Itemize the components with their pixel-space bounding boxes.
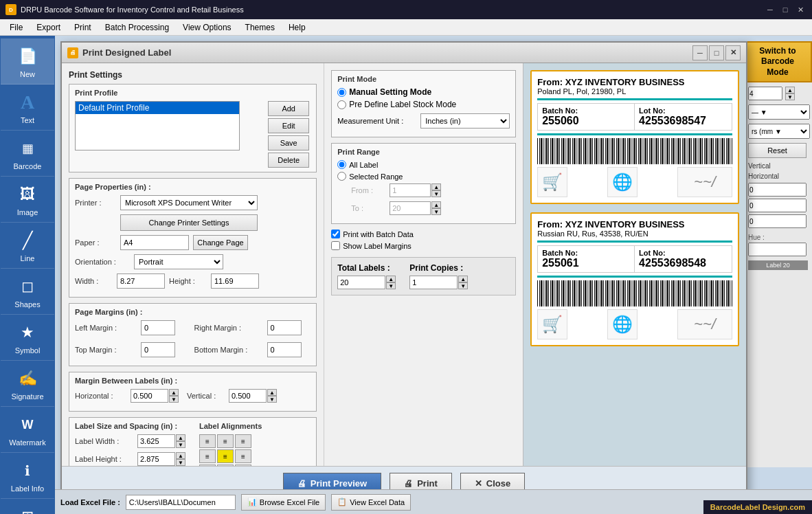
label-width-up[interactable]: ▲ (176, 434, 185, 441)
right-margin-input[interactable] (267, 320, 302, 335)
menu-help[interactable]: Help (282, 19, 313, 36)
delete-profile-btn[interactable]: Delete (268, 153, 309, 168)
menu-batch-processing[interactable]: Batch Processing (98, 19, 176, 36)
align-mid-left[interactable]: ≡ (199, 449, 216, 463)
copies-down[interactable]: ▼ (458, 282, 468, 289)
change-page-btn[interactable]: Change Page (193, 235, 248, 250)
profile-list-item-default[interactable]: Default Print Profile (76, 102, 239, 114)
align-bot-right[interactable]: ≡ (235, 465, 251, 466)
print-range-section: Print Range All Label Selected Range Fro… (331, 143, 516, 224)
top-margin-input[interactable] (141, 342, 175, 357)
menu-themes[interactable]: Themes (238, 19, 282, 36)
edit-profile-btn[interactable]: Edit (268, 118, 309, 133)
total-down[interactable]: ▼ (386, 282, 396, 289)
label-height-row: Label Height : ▲ ▼ (75, 452, 185, 466)
measurement-select[interactable]: Inches (in) (420, 113, 510, 128)
sidebar-item-barcode[interactable]: ▦ Barcode (1, 131, 54, 177)
print-copies-input[interactable] (409, 276, 458, 289)
to-down[interactable]: ▼ (431, 208, 441, 215)
label-width-down[interactable]: ▼ (176, 441, 185, 448)
print-batch-checkbox[interactable] (331, 230, 340, 238)
label-width-input[interactable] (137, 434, 175, 448)
sidebar-item-watermark[interactable]: W Watermark (1, 407, 54, 453)
all-label-radio[interactable] (337, 160, 346, 169)
field3-input[interactable] (748, 214, 807, 228)
add-profile-btn[interactable]: Add (268, 101, 309, 116)
sidebar-item-new[interactable]: 📄 New (1, 38, 54, 85)
from-up[interactable]: ▲ (431, 183, 441, 190)
sidebar-item-symbol[interactable]: ★ Symbol (1, 315, 54, 361)
width-input[interactable] (117, 273, 165, 289)
align-bot-left[interactable]: ≡ (199, 465, 216, 466)
to-up[interactable]: ▲ (431, 201, 441, 208)
signature-icon: ✍ (15, 366, 40, 391)
maximize-btn[interactable]: □ (779, 3, 791, 16)
dialog-close-btn[interactable]: ✕ (725, 45, 741, 60)
preview-btn-label: Print Preview (311, 478, 367, 489)
vertical-up[interactable]: ▲ (267, 389, 277, 396)
switch-barcode-mode-btn[interactable]: Switch to Barcode Mode (743, 41, 812, 82)
menu-file[interactable]: File (3, 19, 30, 36)
from-input[interactable] (390, 183, 431, 197)
from-down[interactable]: ▼ (431, 190, 441, 197)
sidebar-item-text[interactable]: A Text (1, 85, 54, 131)
menu-print[interactable]: Print (67, 19, 98, 36)
sidebar-item-grid[interactable]: ⊞ Grid (1, 499, 54, 514)
profile-list[interactable]: Default Print Profile (75, 101, 240, 150)
left-margin-input[interactable] (141, 320, 175, 335)
align-mid-center[interactable]: ≡ (217, 449, 234, 463)
printer-select[interactable]: Microsoft XPS Document Writer (120, 195, 258, 210)
reset-btn[interactable]: Reset (748, 143, 807, 158)
align-bot-center[interactable]: ≡ (217, 465, 234, 466)
paper-input[interactable] (120, 235, 189, 250)
dialog-minimize-btn[interactable]: ─ (692, 45, 708, 60)
horizontal-down[interactable]: ▼ (169, 396, 179, 403)
label-height-up[interactable]: ▲ (176, 452, 185, 459)
total-labels-input[interactable] (337, 276, 385, 289)
sidebar-item-image[interactable]: 🖼 Image (1, 177, 54, 223)
label1-icon1: 🛒 (537, 167, 567, 197)
label-count-up[interactable]: ▲ (785, 87, 795, 93)
copies-up[interactable]: ▲ (458, 276, 468, 282)
align-mid-right[interactable]: ≡ (235, 449, 251, 463)
selected-range-radio[interactable] (337, 172, 346, 181)
orientation-select[interactable]: Portrait (134, 254, 223, 269)
vertical-input[interactable] (229, 389, 267, 403)
height-input[interactable] (211, 273, 259, 289)
save-profile-btn[interactable]: Save (268, 135, 309, 150)
sidebar-item-label-info[interactable]: ℹ Label Info (1, 453, 54, 499)
menu-bar: File Export Print Batch Processing View … (0, 19, 812, 36)
label-count-input[interactable] (748, 87, 782, 100)
horizontal-input[interactable] (131, 389, 168, 403)
to-input[interactable] (390, 201, 431, 215)
vertical-down[interactable]: ▼ (267, 396, 277, 403)
sidebar-item-signature[interactable]: ✍ Signature (1, 361, 54, 407)
show-margins-checkbox[interactable] (331, 241, 340, 250)
label-count-down[interactable]: ▼ (785, 93, 795, 100)
align-top-left[interactable]: ≡ (199, 434, 216, 448)
dialog-maximize-btn[interactable]: □ (709, 45, 724, 60)
align-top-center[interactable]: ≡ (217, 434, 234, 448)
label-select[interactable]: — ▼ (748, 104, 810, 120)
bottom-margin-input[interactable] (267, 342, 302, 357)
align-top-right[interactable]: ≡ (235, 434, 251, 448)
type-select[interactable]: rs (mm ▼ (748, 124, 810, 139)
browse-excel-btn[interactable]: 📊 Browse Excel File (241, 494, 326, 511)
horizontal-up[interactable]: ▲ (169, 389, 179, 396)
hue-input[interactable] (748, 243, 807, 256)
menu-view-options[interactable]: View Options (176, 19, 238, 36)
total-up[interactable]: ▲ (386, 276, 396, 282)
minimize-btn[interactable]: ─ (764, 3, 776, 16)
menu-export[interactable]: Export (30, 19, 67, 36)
sidebar-item-line[interactable]: ╱ Line (1, 223, 54, 269)
change-printer-btn[interactable]: Change Printer Settings (120, 214, 258, 231)
manual-mode-radio[interactable] (337, 88, 346, 97)
close-app-btn[interactable]: ✕ (794, 3, 807, 16)
field1-input[interactable] (748, 183, 807, 197)
field2-input[interactable] (748, 199, 807, 212)
predefine-mode-radio[interactable] (337, 100, 346, 109)
label-height-down[interactable]: ▼ (176, 459, 185, 466)
sidebar-item-shapes[interactable]: ◻ Shapes (1, 269, 54, 315)
view-excel-btn[interactable]: 📋 View Excel Data (331, 494, 411, 511)
label-height-input[interactable] (137, 452, 175, 466)
